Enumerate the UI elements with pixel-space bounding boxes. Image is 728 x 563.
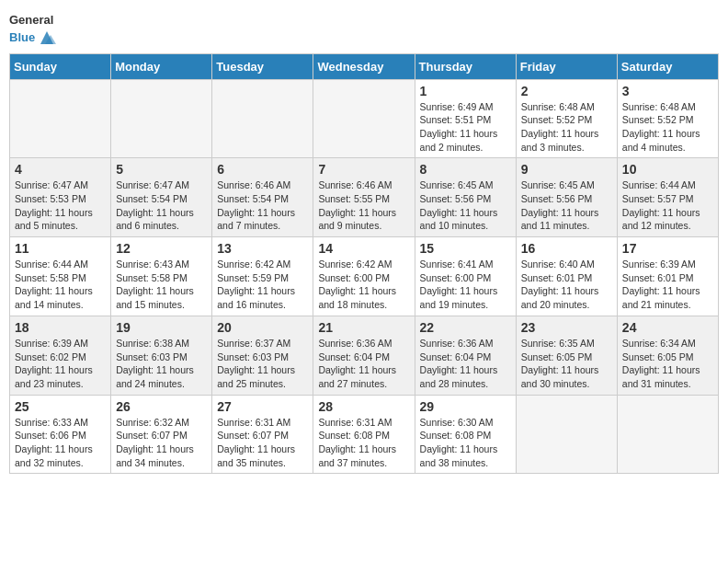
logo-text: General Blue (9, 13, 57, 48)
day-info: Sunrise: 6:47 AM Sunset: 5:53 PM Dayligh… (15, 178, 106, 233)
day-number: 11 (15, 241, 106, 256)
day-info: Sunrise: 6:49 AM Sunset: 5:51 PM Dayligh… (420, 100, 511, 155)
day-info: Sunrise: 6:48 AM Sunset: 5:52 PM Dayligh… (521, 100, 612, 155)
calendar-cell: 11Sunrise: 6:44 AM Sunset: 5:58 PM Dayli… (10, 237, 111, 316)
day-number: 10 (622, 162, 713, 177)
calendar-cell (516, 395, 617, 474)
day-number: 12 (116, 241, 207, 256)
day-number: 26 (116, 399, 207, 414)
day-info: Sunrise: 6:46 AM Sunset: 5:55 PM Dayligh… (318, 178, 409, 233)
day-number: 9 (521, 162, 612, 177)
day-number: 23 (521, 320, 612, 335)
calendar-cell: 29Sunrise: 6:30 AM Sunset: 6:08 PM Dayli… (415, 395, 516, 474)
calendar-cell (10, 79, 111, 158)
calendar-cell: 18Sunrise: 6:39 AM Sunset: 6:02 PM Dayli… (10, 316, 111, 395)
header-cell-tuesday: Tuesday (212, 53, 313, 79)
calendar-cell: 26Sunrise: 6:32 AM Sunset: 6:07 PM Dayli… (111, 395, 212, 474)
day-info: Sunrise: 6:31 AM Sunset: 6:07 PM Dayligh… (217, 416, 308, 470)
calendar-cell: 20Sunrise: 6:37 AM Sunset: 6:03 PM Dayli… (212, 316, 313, 395)
calendar-cell: 25Sunrise: 6:33 AM Sunset: 6:06 PM Dayli… (10, 395, 111, 474)
logo-blue: Blue (9, 30, 35, 44)
day-number: 8 (420, 162, 511, 177)
header-row: SundayMondayTuesdayWednesdayThursdayFrid… (10, 53, 719, 79)
day-number: 16 (521, 241, 612, 256)
calendar-cell: 14Sunrise: 6:42 AM Sunset: 6:00 PM Dayli… (313, 237, 415, 316)
calendar-cell: 15Sunrise: 6:41 AM Sunset: 6:00 PM Dayli… (415, 237, 516, 316)
day-number: 6 (217, 162, 308, 177)
day-number: 29 (420, 399, 511, 414)
calendar-cell: 6Sunrise: 6:46 AM Sunset: 5:54 PM Daylig… (212, 158, 313, 237)
day-info: Sunrise: 6:44 AM Sunset: 5:57 PM Dayligh… (622, 178, 713, 233)
calendar-cell: 4Sunrise: 6:47 AM Sunset: 5:53 PM Daylig… (10, 158, 111, 237)
day-number: 17 (622, 241, 713, 256)
day-number: 18 (15, 320, 106, 335)
day-info: Sunrise: 6:42 AM Sunset: 6:00 PM Dayligh… (318, 258, 409, 312)
calendar-cell (617, 395, 718, 474)
day-info: Sunrise: 6:39 AM Sunset: 6:01 PM Dayligh… (622, 258, 713, 312)
calendar-cell (313, 79, 415, 158)
day-number: 2 (521, 84, 612, 98)
logo-general: General (9, 13, 53, 27)
day-info: Sunrise: 6:47 AM Sunset: 5:54 PM Dayligh… (116, 178, 207, 233)
day-info: Sunrise: 6:34 AM Sunset: 6:05 PM Dayligh… (622, 337, 713, 391)
day-info: Sunrise: 6:45 AM Sunset: 5:56 PM Dayligh… (420, 178, 511, 233)
day-number: 7 (318, 162, 409, 177)
calendar-cell (212, 79, 313, 158)
calendar-cell: 13Sunrise: 6:42 AM Sunset: 5:59 PM Dayli… (212, 237, 313, 316)
day-number: 15 (420, 241, 511, 256)
day-info: Sunrise: 6:31 AM Sunset: 6:08 PM Dayligh… (318, 416, 409, 470)
header-cell-friday: Friday (516, 53, 617, 79)
day-info: Sunrise: 6:44 AM Sunset: 5:58 PM Dayligh… (15, 258, 106, 312)
day-number: 21 (318, 320, 409, 335)
day-number: 13 (217, 241, 308, 256)
calendar-cell: 22Sunrise: 6:36 AM Sunset: 6:04 PM Dayli… (415, 316, 516, 395)
day-info: Sunrise: 6:38 AM Sunset: 6:03 PM Dayligh… (116, 337, 207, 391)
calendar-cell: 28Sunrise: 6:31 AM Sunset: 6:08 PM Dayli… (313, 395, 415, 474)
header-cell-sunday: Sunday (10, 53, 111, 79)
week-row-2: 4Sunrise: 6:47 AM Sunset: 5:53 PM Daylig… (10, 158, 719, 237)
calendar-cell: 3Sunrise: 6:48 AM Sunset: 5:52 PM Daylig… (617, 79, 718, 158)
header-cell-thursday: Thursday (415, 53, 516, 79)
day-info: Sunrise: 6:30 AM Sunset: 6:08 PM Dayligh… (420, 416, 511, 470)
calendar-cell: 17Sunrise: 6:39 AM Sunset: 6:01 PM Dayli… (617, 237, 718, 316)
day-number: 1 (420, 84, 511, 98)
day-info: Sunrise: 6:39 AM Sunset: 6:02 PM Dayligh… (15, 337, 106, 391)
calendar-cell: 23Sunrise: 6:35 AM Sunset: 6:05 PM Dayli… (516, 316, 617, 395)
day-info: Sunrise: 6:41 AM Sunset: 6:00 PM Dayligh… (420, 258, 511, 312)
calendar-cell: 9Sunrise: 6:45 AM Sunset: 5:56 PM Daylig… (516, 158, 617, 237)
day-number: 28 (318, 399, 409, 414)
calendar-cell: 27Sunrise: 6:31 AM Sunset: 6:07 PM Dayli… (212, 395, 313, 474)
calendar-cell: 1Sunrise: 6:49 AM Sunset: 5:51 PM Daylig… (415, 79, 516, 158)
day-info: Sunrise: 6:43 AM Sunset: 5:58 PM Dayligh… (116, 258, 207, 312)
header-cell-saturday: Saturday (617, 53, 718, 79)
day-info: Sunrise: 6:36 AM Sunset: 6:04 PM Dayligh… (420, 337, 511, 391)
day-info: Sunrise: 6:45 AM Sunset: 5:56 PM Dayligh… (521, 178, 612, 233)
calendar-cell: 21Sunrise: 6:36 AM Sunset: 6:04 PM Dayli… (313, 316, 415, 395)
calendar-cell: 19Sunrise: 6:38 AM Sunset: 6:03 PM Dayli… (111, 316, 212, 395)
calendar-cell: 8Sunrise: 6:45 AM Sunset: 5:56 PM Daylig… (415, 158, 516, 237)
calendar-cell: 16Sunrise: 6:40 AM Sunset: 6:01 PM Dayli… (516, 237, 617, 316)
day-info: Sunrise: 6:37 AM Sunset: 6:03 PM Dayligh… (217, 337, 308, 391)
day-number: 24 (622, 320, 713, 335)
calendar-cell (111, 79, 212, 158)
day-number: 19 (116, 320, 207, 335)
page-header: General Blue (9, 9, 719, 48)
header-cell-wednesday: Wednesday (313, 53, 415, 79)
calendar-cell: 12Sunrise: 6:43 AM Sunset: 5:58 PM Dayli… (111, 237, 212, 316)
day-info: Sunrise: 6:48 AM Sunset: 5:52 PM Dayligh… (622, 100, 713, 155)
week-row-5: 25Sunrise: 6:33 AM Sunset: 6:06 PM Dayli… (10, 395, 719, 474)
logo: General Blue (9, 9, 57, 48)
day-info: Sunrise: 6:33 AM Sunset: 6:06 PM Dayligh… (15, 416, 106, 470)
week-row-1: 1Sunrise: 6:49 AM Sunset: 5:51 PM Daylig… (10, 79, 719, 158)
day-number: 3 (622, 84, 713, 98)
calendar-table: SundayMondayTuesdayWednesdayThursdayFrid… (9, 53, 719, 475)
header-cell-monday: Monday (111, 53, 212, 79)
day-number: 27 (217, 399, 308, 414)
day-number: 22 (420, 320, 511, 335)
logo-icon (37, 28, 57, 48)
day-number: 25 (15, 399, 106, 414)
calendar-cell: 7Sunrise: 6:46 AM Sunset: 5:55 PM Daylig… (313, 158, 415, 237)
week-row-3: 11Sunrise: 6:44 AM Sunset: 5:58 PM Dayli… (10, 237, 719, 316)
day-number: 5 (116, 162, 207, 177)
day-number: 4 (15, 162, 106, 177)
